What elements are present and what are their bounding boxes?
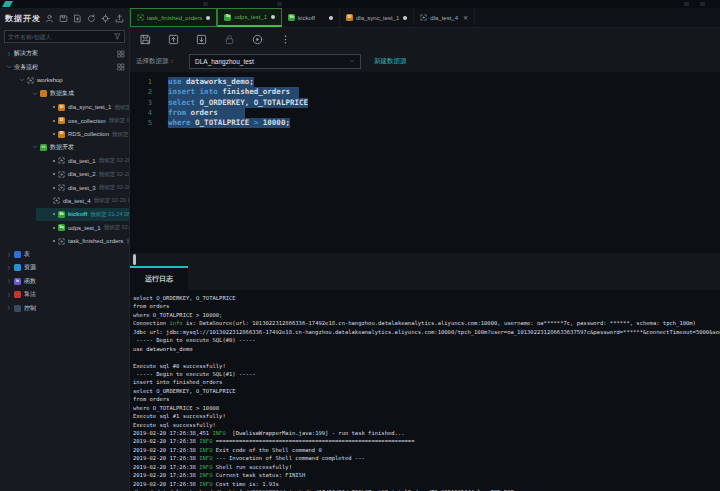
- chevron-right-icon[interactable]: [6, 305, 12, 311]
- code-text: use dataworks_demo;: [168, 77, 254, 87]
- log-line: Execute sql #1 successfully!: [133, 412, 720, 420]
- more-icon[interactable]: [280, 34, 291, 45]
- flow-node-icon: [58, 171, 65, 178]
- tree-item-dla-test-2[interactable]: dla_test_2我锁定 02-20 10:14: [0, 168, 129, 181]
- tab-label: dla_test_4: [430, 15, 458, 21]
- tree-item-dla-sync-test-1[interactable]: DIdla_sync_test_1我锁定 02-2: [0, 101, 129, 114]
- code-text: insert into finished_orders: [168, 87, 299, 97]
- tree-item-label: 函数: [24, 277, 36, 286]
- log-line: 2019-02-20 17:26:38 INFO --- Invocation …: [133, 454, 720, 462]
- tree-item-label: 业务流程: [14, 63, 38, 72]
- log-line: Execute sql successfully!: [133, 421, 720, 429]
- tab-odps-test-1[interactable]: Sqodps_test_1: [217, 8, 282, 27]
- sh-node-icon: Sh: [58, 211, 65, 218]
- search-input[interactable]: [8, 34, 114, 40]
- flow-node-icon: [53, 197, 60, 204]
- tree-item-task-finished-orders[interactable]: task_finished_orders我锁定 0: [0, 234, 129, 247]
- run-icon[interactable]: [252, 34, 263, 45]
- refresh-icon[interactable]: [87, 14, 96, 23]
- tree-item-meta: 我锁定 02-2: [114, 104, 129, 111]
- bullet-dot: [53, 160, 55, 162]
- tree-item-workshop[interactable]: workshop: [0, 74, 129, 87]
- sidebar: 数据开发 解决方案业务流程workshop数据集成DIdla_sync_test…: [0, 8, 130, 491]
- chevron-right-icon[interactable]: [6, 278, 12, 284]
- top-menubar: [0, 0, 720, 8]
- tree-item-dla-test-1[interactable]: dla_test_1我锁定 02-20 10:14: [0, 154, 129, 167]
- code-line: 2insert into finished_orders: [130, 87, 720, 97]
- submit-icon[interactable]: [168, 34, 179, 45]
- user-icon[interactable]: [45, 14, 54, 23]
- code-line: 5where O_TOTALPRICE > 10000;: [130, 118, 720, 128]
- tree-item-控制[interactable]: 控制: [0, 301, 129, 314]
- tree-item-业务流程[interactable]: 业务流程: [0, 60, 129, 73]
- line-number: 2: [130, 87, 152, 97]
- chevron-down-icon[interactable]: [6, 64, 12, 70]
- bullet-dot: [53, 133, 55, 135]
- tree-item-资源[interactable]: 资源: [0, 261, 129, 274]
- chevron-down-icon[interactable]: [19, 77, 25, 83]
- tree-item-数据集成[interactable]: 数据集成: [0, 87, 129, 100]
- close-icon[interactable]: ✕: [463, 14, 468, 21]
- log-line: [133, 353, 720, 361]
- chevron-right-icon[interactable]: [6, 51, 12, 57]
- di-folder-node-icon: [40, 90, 47, 97]
- menubar-item: [277, 2, 282, 6]
- datasource-select[interactable]: DLA_hangzhou_test: [189, 54, 361, 69]
- tree-item-label: oss_collection: [68, 118, 106, 124]
- chevron-right-icon[interactable]: [6, 265, 12, 271]
- package-icon[interactable]: [59, 14, 68, 23]
- tab-kickoff[interactable]: Shkickoff: [282, 8, 340, 27]
- log-line: 2019-02-20 17:26:38,451 INFO [DwalisaWra…: [133, 429, 720, 437]
- log-line: select O_ORDERKEY, O_TOTALPRICE: [133, 294, 720, 302]
- tree-item-表[interactable]: 表: [0, 248, 129, 261]
- chevron-down-icon[interactable]: [32, 144, 38, 150]
- tree-item-rds-collection[interactable]: DIRDS_collection我锁定 01-24 0: [0, 127, 129, 140]
- tree-item-label: 资源: [24, 263, 36, 272]
- chevron-right-icon[interactable]: [6, 292, 12, 298]
- tree-item-dla-test-4[interactable]: dla_test_4我锁定 02-20 15:0: [0, 194, 129, 207]
- tab-label: dla_sync_test_1: [356, 15, 399, 21]
- chevron-down-icon[interactable]: [32, 91, 38, 97]
- tree-item-函数[interactable]: fx函数: [0, 275, 129, 288]
- tab-task-finished-orders[interactable]: task_finished_orders: [130, 8, 217, 27]
- grid-view-icon[interactable]: [117, 50, 125, 58]
- log-line: 2019-02-20 17:26:38 INFO Exit code of th…: [133, 446, 720, 454]
- log-line: 2019-02-20 17:26:38 INFO Shell run succe…: [133, 463, 720, 471]
- datasource-row: 选择数据源： DLA_hangzhou_test 新建数据源: [130, 50, 720, 72]
- log-tabbar: 运行日志: [130, 266, 720, 290]
- chevron-right-icon[interactable]: [6, 252, 12, 258]
- tree-item-kickoff[interactable]: Shkickoff我锁定 01-24 08:14: [0, 208, 129, 221]
- log-line: 2019-02-20 17:26:38 INFO ===============…: [133, 437, 720, 445]
- import-icon[interactable]: [115, 14, 124, 23]
- search-box[interactable]: [4, 30, 125, 43]
- modified-dot: [329, 16, 333, 20]
- main-area: task_finished_ordersSqodps_test_1Shkicko…: [130, 8, 720, 491]
- tab-dla-test-4[interactable]: dla_test_4✕: [414, 8, 475, 27]
- tree-item-解决方案[interactable]: 解决方案: [0, 47, 129, 60]
- run-log-tab-label: 运行日志: [145, 274, 173, 284]
- tree-item-odps-test-1[interactable]: Sqodps_test_1我锁定 02-20 14:: [0, 221, 129, 234]
- table-folder-node-icon: [14, 251, 21, 258]
- panel-divider[interactable]: [130, 253, 720, 266]
- log-line: 2019-02-20 17:26:38 INFO Cost time is: 1…: [133, 480, 720, 488]
- di-node-icon: DI: [58, 104, 65, 111]
- tree-item-数据开发[interactable]: <>数据开发: [0, 141, 129, 154]
- download-icon[interactable]: [196, 34, 207, 45]
- run-log-output[interactable]: select O_ORDERKEY, O_TOTALPRICEfrom orde…: [130, 290, 720, 491]
- locate-icon[interactable]: [101, 14, 110, 23]
- new-datasource-link[interactable]: 新建数据源: [374, 57, 407, 66]
- filter-icon[interactable]: [114, 33, 121, 40]
- tree-item-oss-collection[interactable]: DIoss_collection我锁定 01-24 0: [0, 114, 129, 127]
- tree-item-label: kickoff: [68, 211, 87, 217]
- tab-run-log[interactable]: 运行日志: [130, 266, 188, 290]
- grid-view-icon[interactable]: [117, 63, 125, 71]
- resize-handle-icon[interactable]: [133, 254, 136, 265]
- file-plus-icon[interactable]: [73, 14, 82, 23]
- tree-item-dla-test-3[interactable]: dla_test_3我锁定 02-20 10:17: [0, 181, 129, 194]
- tree-item-算法[interactable]: 算法: [0, 288, 129, 301]
- save-icon[interactable]: [140, 34, 151, 45]
- lock-icon[interactable]: [224, 34, 235, 45]
- tab-dla-sync-test-1[interactable]: DIdla_sync_test_1: [340, 8, 414, 27]
- tab-label: odps_test_1: [234, 14, 267, 20]
- sql-editor[interactable]: 1use dataworks_demo;2insert into finishe…: [130, 72, 720, 253]
